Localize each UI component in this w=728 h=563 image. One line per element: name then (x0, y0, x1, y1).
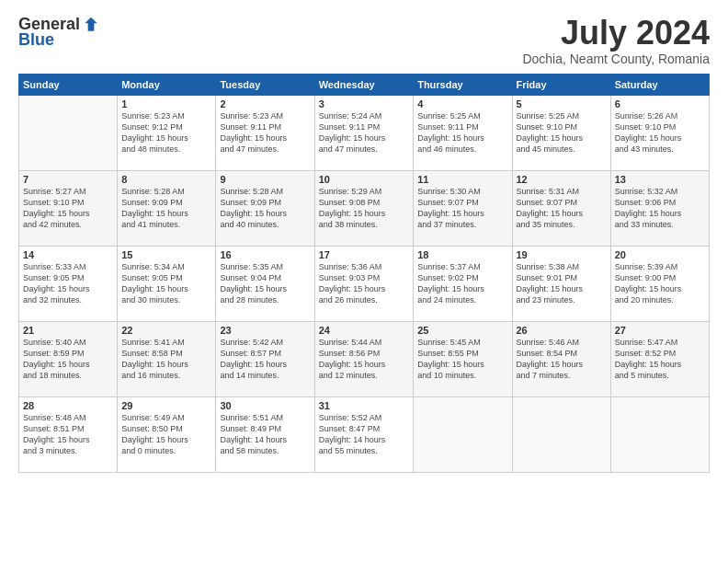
calendar-cell: 20Sunrise: 5:39 AM Sunset: 9:00 PM Dayli… (610, 246, 709, 321)
calendar-cell: 22Sunrise: 5:41 AM Sunset: 8:58 PM Dayli… (118, 321, 216, 396)
calendar-week-4: 21Sunrise: 5:40 AM Sunset: 8:59 PM Dayli… (19, 321, 710, 396)
day-info: Sunrise: 5:31 AM Sunset: 9:07 PM Dayligh… (517, 186, 607, 231)
day-info: Sunrise: 5:33 AM Sunset: 9:05 PM Dayligh… (23, 261, 113, 306)
day-info: Sunrise: 5:25 AM Sunset: 9:10 PM Dayligh… (517, 110, 607, 155)
day-number: 15 (121, 249, 211, 260)
col-header-thursday: Thursday (414, 74, 512, 95)
day-number: 26 (517, 325, 607, 336)
day-number: 14 (23, 249, 113, 260)
col-header-sunday: Sunday (19, 74, 118, 95)
day-number: 8 (121, 174, 211, 185)
day-number: 4 (417, 98, 507, 109)
day-number: 12 (517, 174, 607, 185)
day-number: 30 (220, 400, 310, 411)
day-number: 10 (319, 174, 409, 185)
day-info: Sunrise: 5:38 AM Sunset: 9:01 PM Dayligh… (517, 261, 607, 306)
calendar-cell: 5Sunrise: 5:25 AM Sunset: 9:10 PM Daylig… (512, 95, 610, 170)
logo-icon (82, 16, 100, 34)
calendar-cell: 31Sunrise: 5:52 AM Sunset: 8:47 PM Dayli… (314, 396, 413, 472)
calendar-cell (19, 95, 118, 170)
col-header-saturday: Saturday (610, 74, 709, 95)
day-number: 17 (319, 249, 409, 260)
calendar-cell (414, 396, 512, 472)
day-info: Sunrise: 5:25 AM Sunset: 9:11 PM Dayligh… (417, 110, 507, 155)
day-info: Sunrise: 5:36 AM Sunset: 9:03 PM Dayligh… (319, 261, 409, 306)
calendar-cell: 14Sunrise: 5:33 AM Sunset: 9:05 PM Dayli… (19, 246, 118, 321)
calendar-cell: 23Sunrise: 5:42 AM Sunset: 8:57 PM Dayli… (216, 321, 314, 396)
day-number: 13 (615, 174, 705, 185)
day-number: 29 (121, 400, 211, 411)
calendar-cell: 28Sunrise: 5:48 AM Sunset: 8:51 PM Dayli… (19, 396, 118, 472)
calendar-cell: 9Sunrise: 5:28 AM Sunset: 9:09 PM Daylig… (216, 170, 314, 246)
day-number: 25 (417, 325, 507, 336)
calendar-cell: 3Sunrise: 5:24 AM Sunset: 9:11 PM Daylig… (314, 95, 413, 170)
day-info: Sunrise: 5:27 AM Sunset: 9:10 PM Dayligh… (23, 186, 113, 231)
calendar-cell: 11Sunrise: 5:30 AM Sunset: 9:07 PM Dayli… (414, 170, 512, 246)
calendar-cell: 10Sunrise: 5:29 AM Sunset: 9:08 PM Dayli… (314, 170, 413, 246)
day-info: Sunrise: 5:40 AM Sunset: 8:59 PM Dayligh… (23, 337, 113, 382)
day-number: 3 (319, 98, 409, 109)
day-number: 19 (517, 249, 607, 260)
day-number: 9 (220, 174, 310, 185)
day-info: Sunrise: 5:29 AM Sunset: 9:08 PM Dayligh… (319, 186, 409, 231)
calendar-cell: 30Sunrise: 5:51 AM Sunset: 8:49 PM Dayli… (216, 396, 314, 472)
day-info: Sunrise: 5:49 AM Sunset: 8:50 PM Dayligh… (121, 412, 211, 457)
calendar-cell: 27Sunrise: 5:47 AM Sunset: 8:52 PM Dayli… (610, 321, 709, 396)
calendar-week-3: 14Sunrise: 5:33 AM Sunset: 9:05 PM Dayli… (19, 246, 710, 321)
day-number: 5 (517, 98, 607, 109)
day-number: 20 (615, 249, 705, 260)
day-number: 31 (319, 400, 409, 411)
calendar-cell: 24Sunrise: 5:44 AM Sunset: 8:56 PM Dayli… (314, 321, 413, 396)
calendar-cell: 2Sunrise: 5:23 AM Sunset: 9:11 PM Daylig… (216, 95, 314, 170)
day-info: Sunrise: 5:35 AM Sunset: 9:04 PM Dayligh… (220, 261, 310, 306)
col-header-wednesday: Wednesday (314, 74, 413, 95)
day-info: Sunrise: 5:26 AM Sunset: 9:10 PM Dayligh… (615, 110, 705, 155)
calendar-cell: 18Sunrise: 5:37 AM Sunset: 9:02 PM Dayli… (414, 246, 512, 321)
day-number: 7 (23, 174, 113, 185)
day-number: 18 (417, 249, 507, 260)
calendar-cell (512, 396, 610, 472)
calendar-cell: 26Sunrise: 5:46 AM Sunset: 8:54 PM Dayli… (512, 321, 610, 396)
day-info: Sunrise: 5:46 AM Sunset: 8:54 PM Dayligh… (517, 337, 607, 382)
day-info: Sunrise: 5:34 AM Sunset: 9:05 PM Dayligh… (121, 261, 211, 306)
day-number: 11 (417, 174, 507, 185)
page-header: General Blue July 2024 Dochia, Neamt Cou… (18, 15, 710, 66)
col-header-monday: Monday (118, 74, 216, 95)
day-info: Sunrise: 5:24 AM Sunset: 9:11 PM Dayligh… (319, 110, 409, 155)
calendar-cell: 21Sunrise: 5:40 AM Sunset: 8:59 PM Dayli… (19, 321, 118, 396)
calendar-week-5: 28Sunrise: 5:48 AM Sunset: 8:51 PM Dayli… (19, 396, 710, 472)
calendar-cell: 25Sunrise: 5:45 AM Sunset: 8:55 PM Dayli… (414, 321, 512, 396)
calendar-cell: 6Sunrise: 5:26 AM Sunset: 9:10 PM Daylig… (610, 95, 709, 170)
calendar-cell: 4Sunrise: 5:25 AM Sunset: 9:11 PM Daylig… (414, 95, 512, 170)
calendar-cell: 8Sunrise: 5:28 AM Sunset: 9:09 PM Daylig… (118, 170, 216, 246)
calendar-cell: 19Sunrise: 5:38 AM Sunset: 9:01 PM Dayli… (512, 246, 610, 321)
day-number: 21 (23, 325, 113, 336)
header-row: SundayMondayTuesdayWednesdayThursdayFrid… (19, 74, 710, 95)
col-header-tuesday: Tuesday (216, 74, 314, 95)
day-info: Sunrise: 5:28 AM Sunset: 9:09 PM Dayligh… (220, 186, 310, 231)
calendar-cell (610, 396, 709, 472)
col-header-friday: Friday (512, 74, 610, 95)
day-number: 1 (121, 98, 211, 109)
title-section: July 2024 Dochia, Neamt County, Romania (522, 15, 710, 66)
calendar-cell: 13Sunrise: 5:32 AM Sunset: 9:06 PM Dayli… (610, 170, 709, 246)
calendar-cell: 17Sunrise: 5:36 AM Sunset: 9:03 PM Dayli… (314, 246, 413, 321)
calendar-cell: 12Sunrise: 5:31 AM Sunset: 9:07 PM Dayli… (512, 170, 610, 246)
calendar-cell: 1Sunrise: 5:23 AM Sunset: 9:12 PM Daylig… (118, 95, 216, 170)
calendar-cell: 15Sunrise: 5:34 AM Sunset: 9:05 PM Dayli… (118, 246, 216, 321)
day-number: 24 (319, 325, 409, 336)
calendar-week-1: 1Sunrise: 5:23 AM Sunset: 9:12 PM Daylig… (19, 95, 710, 170)
logo-blue: Blue (18, 30, 54, 50)
calendar-cell: 16Sunrise: 5:35 AM Sunset: 9:04 PM Dayli… (216, 246, 314, 321)
day-info: Sunrise: 5:45 AM Sunset: 8:55 PM Dayligh… (417, 337, 507, 382)
calendar-week-2: 7Sunrise: 5:27 AM Sunset: 9:10 PM Daylig… (19, 170, 710, 246)
day-info: Sunrise: 5:42 AM Sunset: 8:57 PM Dayligh… (220, 337, 310, 382)
day-info: Sunrise: 5:48 AM Sunset: 8:51 PM Dayligh… (23, 412, 113, 457)
day-number: 23 (220, 325, 310, 336)
day-info: Sunrise: 5:23 AM Sunset: 9:11 PM Dayligh… (220, 110, 310, 155)
day-info: Sunrise: 5:51 AM Sunset: 8:49 PM Dayligh… (220, 412, 310, 457)
day-info: Sunrise: 5:28 AM Sunset: 9:09 PM Dayligh… (121, 186, 211, 231)
logo: General Blue (18, 15, 100, 50)
day-number: 22 (121, 325, 211, 336)
day-number: 27 (615, 325, 705, 336)
